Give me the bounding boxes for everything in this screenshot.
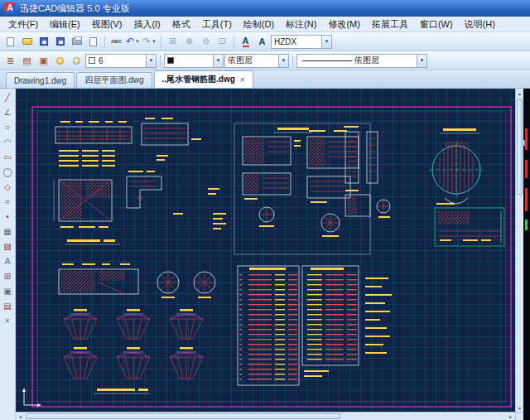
bulb-on-icon: [56, 57, 64, 65]
menu-bar: 文件(F) 编辑(E) 视图(V) 插入(I) 格式 工具(T) 绘制(D) 标…: [0, 17, 530, 32]
menu-file[interactable]: 文件(F): [2, 17, 44, 32]
format-text-button[interactable]: A: [238, 34, 253, 50]
vertical-scrollbar[interactable]: ▴ ▾: [515, 89, 523, 412]
redo-icon: ↷: [142, 36, 151, 46]
main-area: ╱ ∠ ○ ◠ ▭ ◯ ◇ ≈ • ▦ ▨ A ⊞ ▣ ▤ ×: [0, 89, 530, 420]
scrollbar-corner: [515, 412, 523, 420]
redo-button[interactable]: ↷ ▼: [142, 34, 157, 50]
document-tab-bar: Drawing1.dwg 四层平面图.dwg ..尾水管钢筋图.dwg ×: [0, 70, 530, 89]
layer-states-button[interactable]: ▤: [19, 53, 35, 69]
menu-tools[interactable]: 工具(T): [196, 17, 238, 32]
undo-button[interactable]: ↶ ▼: [125, 34, 141, 50]
dropdown-arrow-icon[interactable]: ▼: [321, 36, 331, 48]
layer-color-swatch: [89, 57, 95, 64]
horizontal-scroll-thumb[interactable]: [26, 413, 340, 419]
dropdown-arrow-icon[interactable]: ▼: [146, 55, 156, 67]
right-scroll-column: ▴ ▾: [515, 89, 523, 420]
linetype-combo[interactable]: 依图层 ▼: [224, 54, 289, 68]
zoom-extents-icon: ⊡: [219, 37, 225, 46]
polyline-tool-button[interactable]: ∠: [1, 105, 15, 119]
lineweight-preview-icon: [302, 60, 352, 61]
hatch-tool-button[interactable]: ▦: [1, 224, 15, 239]
tab-drawing1[interactable]: Drawing1.dwg: [6, 72, 75, 88]
spell-check-button[interactable]: ABC: [108, 34, 124, 50]
print-preview-button[interactable]: [85, 34, 101, 50]
vertical-scroll-thumb[interactable]: [517, 99, 523, 195]
scroll-up-icon[interactable]: ▴: [516, 89, 523, 97]
menu-draw[interactable]: 绘制(D): [238, 17, 280, 32]
spline-tool-button[interactable]: ≈: [1, 195, 15, 209]
undo-icon: ↶: [126, 36, 134, 46]
drawing-canvas[interactable]: [16, 89, 515, 412]
undo-dropdown-icon: ▼: [135, 39, 140, 44]
ellipse-tool-button[interactable]: ◯: [1, 165, 15, 179]
dropdown-arrow-icon[interactable]: ▼: [278, 55, 288, 67]
layer-states-icon: ▤: [22, 56, 31, 65]
dropdown-arrow-icon[interactable]: ▼: [417, 55, 426, 67]
arc-tool-button[interactable]: ◠: [1, 135, 15, 149]
image-tool-button[interactable]: ▤: [1, 299, 15, 313]
new-file-button[interactable]: [2, 34, 18, 50]
print-button[interactable]: [69, 34, 84, 50]
menu-edit[interactable]: 编辑(E): [44, 17, 86, 32]
horizontal-scrollbar[interactable]: ◂ ▸: [16, 412, 515, 420]
erase-tool-button[interactable]: ×: [1, 314, 15, 328]
menu-window[interactable]: 窗口(W): [414, 17, 459, 32]
layer-freeze-button[interactable]: [69, 53, 84, 69]
menu-modify[interactable]: 修改(M): [322, 17, 366, 32]
layer-properties-button[interactable]: ≣: [2, 53, 18, 69]
rectangle-tool-button[interactable]: ▭: [1, 150, 15, 164]
menu-dimension[interactable]: 标注(N): [280, 17, 322, 32]
title-bar[interactable]: A 迅捷CAD编辑器 5.0 专业版: [0, 0, 530, 17]
menu-format[interactable]: 格式: [166, 17, 196, 32]
tab-floor-plan[interactable]: 四层平面图.dwg: [76, 72, 152, 88]
text-style-icon: A: [259, 37, 266, 46]
text-style-value: HZDX: [274, 37, 296, 46]
layer-previous-icon: ▣: [39, 56, 47, 65]
layer-value: 6: [99, 56, 104, 65]
tab-draft-tube-rebar[interactable]: ..尾水管钢筋图.dwg ×: [154, 70, 253, 88]
dropdown-arrow-icon[interactable]: ▼: [213, 55, 223, 67]
toolbar-separator: [292, 55, 293, 67]
zoom-out-button[interactable]: ⊖: [198, 34, 214, 50]
cad-drawing: [16, 89, 515, 412]
tab-label: Drawing1.dwg: [14, 76, 66, 85]
scroll-down-icon[interactable]: ▾: [516, 403, 523, 412]
save-button[interactable]: [36, 34, 51, 50]
open-file-button[interactable]: [19, 34, 35, 50]
tab-close-icon[interactable]: ×: [240, 75, 245, 84]
text-tool-button[interactable]: A: [1, 254, 15, 268]
gradient-tool-button[interactable]: ▨: [1, 239, 15, 253]
properties-toolbar: ≣ ▤ ▣ 6 ▼ ▼ 依图层 ▼ 依图层 ▼: [0, 51, 530, 70]
point-tool-button[interactable]: •: [1, 210, 15, 224]
canvas-container: ◂ ▸: [16, 89, 515, 420]
menu-express[interactable]: 拓展工具: [366, 17, 414, 32]
menu-help[interactable]: 说明(H): [459, 17, 501, 32]
block-tool-button[interactable]: ▣: [1, 284, 15, 298]
zoom-in-button[interactable]: ⊕: [181, 34, 197, 50]
scroll-left-icon[interactable]: ◂: [16, 413, 25, 420]
table-tool-button[interactable]: ⊞: [1, 269, 15, 283]
polygon-tool-button[interactable]: ◇: [1, 180, 15, 194]
pan-button[interactable]: ⊞: [165, 34, 181, 50]
zoom-extents-button[interactable]: ⊡: [214, 34, 230, 50]
layer-on-button[interactable]: [52, 53, 68, 69]
text-color-icon: A: [243, 36, 249, 47]
standard-toolbar: ABC ↶ ▼ ↷ ▼ ⊞ ⊕ ⊖ ⊡ A A HZDX ▼: [0, 32, 530, 51]
layers-icon: ≣: [7, 56, 14, 65]
save-as-button[interactable]: [52, 34, 68, 50]
circle-tool-button[interactable]: ○: [1, 120, 15, 134]
scroll-right-icon[interactable]: ▸: [506, 413, 515, 420]
right-edge-strip: [523, 89, 530, 420]
text-style-combo[interactable]: HZDX ▼: [271, 35, 332, 49]
menu-view[interactable]: 视图(V): [86, 17, 128, 32]
lineweight-combo[interactable]: 依图层 ▼: [296, 54, 427, 68]
layer-combo[interactable]: 6 ▼: [85, 54, 157, 68]
line-tool-button[interactable]: ╱: [1, 90, 15, 104]
linetype-value: 依图层: [228, 55, 253, 66]
menu-insert[interactable]: 插入(I): [128, 17, 166, 32]
color-combo[interactable]: ▼: [164, 54, 224, 68]
app-logo-icon: A: [4, 2, 16, 14]
format-text-style-button[interactable]: A: [254, 34, 270, 50]
layer-previous-button[interactable]: ▣: [36, 53, 51, 69]
